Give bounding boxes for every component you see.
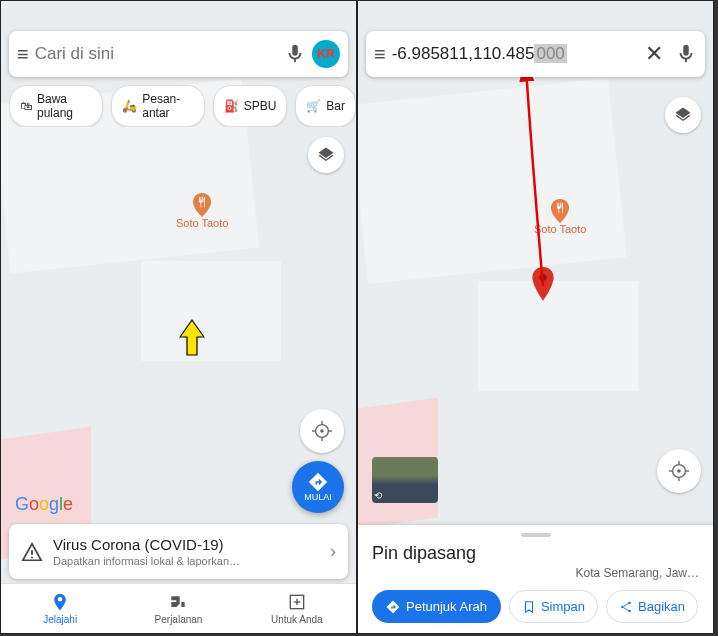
pin-title: Pin dipasang — [372, 543, 699, 564]
fuel-icon: ⛽ — [224, 99, 239, 113]
profile-avatar[interactable]: KR — [312, 40, 340, 68]
redacted-text: 000 — [534, 44, 566, 63]
dropped-pin-icon[interactable] — [530, 267, 556, 303]
streetview-thumbnail[interactable]: ⟲ — [372, 457, 438, 503]
bottom-nav: Jelajahi Perjalanan Untuk Anda — [1, 583, 356, 633]
svg-point-19 — [628, 601, 631, 604]
foryou-icon — [287, 592, 307, 612]
layers-icon — [317, 146, 335, 164]
mic-icon[interactable] — [675, 43, 697, 65]
poi-restaurant[interactable]: Soto Taoto — [176, 193, 228, 229]
restaurant-pin-icon — [551, 199, 569, 223]
chip-delivery[interactable]: 🛵Pesan-antar — [111, 85, 204, 127]
warning-icon — [21, 541, 43, 563]
search-bar[interactable]: ≡ -6.985811,110.485000 ✕ — [366, 31, 705, 77]
chip-takeout[interactable]: 🛍Bawa pulang — [9, 85, 103, 127]
menu-icon[interactable]: ≡ — [374, 43, 386, 66]
chip-gas[interactable]: ⛽SPBU — [213, 85, 288, 127]
directions-button[interactable]: Petunjuk Arah — [372, 590, 501, 623]
crosshair-icon — [668, 460, 690, 482]
crosshair-icon — [311, 420, 333, 442]
chevron-right-icon: › — [330, 541, 336, 562]
layers-icon — [674, 106, 692, 124]
pin-subtitle: Kota Semarang, Jaw… — [372, 566, 699, 580]
sheet-grabber[interactable] — [521, 533, 551, 537]
save-button[interactable]: Simpan — [509, 590, 598, 623]
nav-commute[interactable]: Perjalanan — [119, 584, 237, 633]
my-location-button[interactable] — [300, 409, 344, 453]
layers-button[interactable] — [308, 137, 344, 173]
pin-info-sheet[interactable]: Pin dipasang Kota Semarang, Jaw… Petunju… — [358, 525, 713, 633]
svg-point-1 — [320, 429, 324, 433]
yellow-arrow-icon — [179, 319, 205, 357]
svg-point-11 — [539, 274, 546, 281]
phone-right: Soto Taoto □▯… ▣ ◢ ⬚4G▯ ◢15%▮1:48 PM ≡ -… — [357, 0, 714, 634]
nav-explore[interactable]: Jelajahi — [1, 584, 119, 633]
search-input[interactable] — [35, 44, 278, 64]
commute-icon — [168, 592, 188, 612]
svg-point-20 — [628, 609, 631, 612]
alert-title: Virus Corona (COVID-19) — [53, 536, 320, 553]
poi-label: Soto Taoto — [534, 223, 586, 235]
layers-button[interactable] — [665, 97, 701, 133]
poi-label: Soto Taoto — [176, 217, 228, 229]
alert-subtitle: Dapatkan informasi lokal & laporkan… — [53, 555, 320, 567]
svg-point-13 — [677, 469, 681, 473]
search-input[interactable]: -6.985811,110.485000 — [392, 44, 633, 64]
start-nav-button[interactable]: MULAI — [292, 461, 344, 513]
svg-point-7 — [31, 556, 33, 558]
phone-left: Soto Taoto ⟳8… ▣ ◢ ⬚4G▯ ◢15%▮1:48 PM ≡ K… — [0, 0, 357, 634]
svg-line-21 — [624, 603, 629, 606]
bag-icon: 🛍 — [20, 99, 32, 113]
streetview-arrows-icon: ⟲ — [374, 490, 382, 501]
covid-alert-card[interactable]: Virus Corona (COVID-19) Dapatkan informa… — [9, 524, 348, 579]
google-logo: Google — [15, 494, 73, 515]
delivery-icon: 🛵 — [122, 99, 137, 113]
nav-foryou[interactable]: Untuk Anda — [238, 584, 356, 633]
share-icon — [619, 600, 633, 614]
svg-line-22 — [624, 607, 629, 610]
nav-diamond-icon — [308, 472, 328, 492]
my-location-button[interactable] — [657, 449, 701, 493]
mic-icon[interactable] — [284, 43, 306, 65]
category-chips: 🛍Bawa pulang 🛵Pesan-antar ⛽SPBU 🛒Bar — [9, 85, 356, 127]
clear-icon[interactable]: ✕ — [639, 41, 669, 67]
pin-icon — [50, 592, 70, 612]
cart-icon: 🛒 — [306, 99, 321, 113]
search-bar[interactable]: ≡ KR — [9, 31, 348, 77]
svg-point-18 — [621, 605, 624, 608]
restaurant-pin-icon — [193, 193, 211, 217]
chip-bar[interactable]: 🛒Bar — [295, 85, 356, 127]
bookmark-icon — [522, 600, 536, 614]
directions-icon — [386, 600, 400, 614]
share-button[interactable]: Bagikan — [606, 590, 698, 623]
pin-actions: Petunjuk Arah Simpan Bagikan — [372, 590, 699, 623]
menu-icon[interactable]: ≡ — [17, 43, 29, 66]
poi-restaurant[interactable]: Soto Taoto — [534, 199, 586, 235]
